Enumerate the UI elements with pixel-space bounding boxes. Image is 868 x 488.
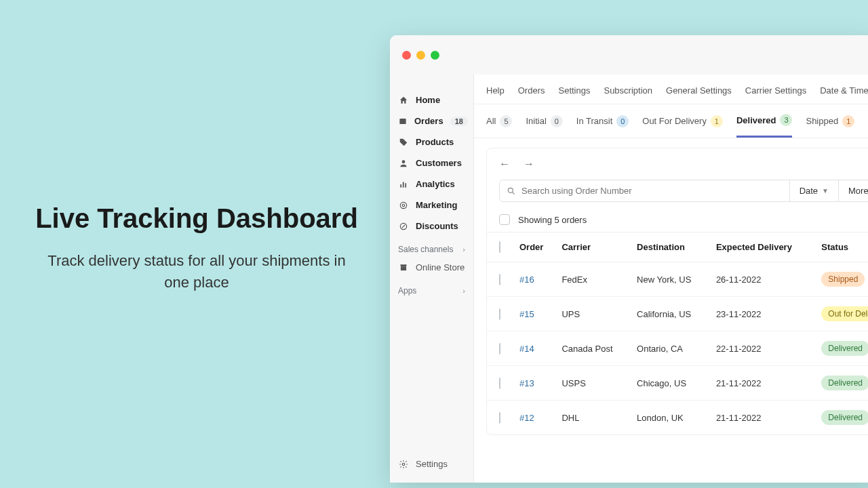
filter-row: Date ▼ More filters xyxy=(499,180,868,202)
nav-orders[interactable]: Orders xyxy=(518,85,545,96)
tab-shipped[interactable]: Shipped1 xyxy=(806,114,854,138)
svg-rect-4 xyxy=(405,183,406,187)
nav-help[interactable]: Help xyxy=(486,85,505,96)
sidebar-item-label: Marketing xyxy=(416,200,457,210)
close-icon[interactable] xyxy=(402,51,411,60)
arrow-right-icon[interactable]: → xyxy=(524,158,534,170)
top-nav: Help Orders Settings Subscription Genera… xyxy=(474,75,868,104)
tab-count-badge: 3 xyxy=(780,114,792,126)
status-badge: Out for Delivery xyxy=(821,306,868,321)
nav-general-settings[interactable]: General Settings xyxy=(666,85,732,96)
search-icon xyxy=(507,186,516,196)
svg-rect-3 xyxy=(403,182,404,187)
sidebar-item-settings[interactable]: Settings xyxy=(390,453,473,483)
target-icon xyxy=(398,201,409,210)
tab-label: In Transit xyxy=(576,116,612,126)
nav-carrier-settings[interactable]: Carrier Settings xyxy=(745,85,806,96)
section-label: Apps xyxy=(398,286,416,296)
tab-label: All xyxy=(486,116,496,126)
tab-in-transit[interactable]: In Transit0 xyxy=(576,114,629,138)
tab-count-badge: 5 xyxy=(500,115,512,127)
tab-count-badge: 0 xyxy=(551,115,563,127)
sidebar-item-label: Settings xyxy=(416,459,448,469)
tab-out-for-delivery[interactable]: Out For Delivery1 xyxy=(642,114,723,138)
col-expected: Expected Delivery xyxy=(711,232,816,262)
tab-count-badge: 1 xyxy=(842,115,854,127)
tab-count-badge: 1 xyxy=(711,115,723,127)
row-checkbox[interactable] xyxy=(499,308,500,320)
gear-icon xyxy=(398,460,409,469)
store-icon xyxy=(398,263,409,272)
order-link[interactable]: #14 xyxy=(519,344,534,354)
table-row[interactable]: #16FedExNew York, US26-11-2022Shipped xyxy=(487,262,868,297)
svg-rect-8 xyxy=(401,266,406,270)
row-checkbox[interactable] xyxy=(499,378,500,389)
nav-subscription[interactable]: Subscription xyxy=(604,85,652,96)
chart-icon xyxy=(398,180,409,189)
select-all-checkbox[interactable] xyxy=(499,214,510,225)
sidebar-item-label: Online Store xyxy=(416,262,465,272)
maximize-icon[interactable] xyxy=(431,51,439,60)
sidebar-item-label: Home xyxy=(416,95,440,105)
sidebar-item-orders[interactable]: Orders 18 xyxy=(390,110,473,131)
date-filter-button[interactable]: Date ▼ xyxy=(789,180,838,201)
sales-channels-header[interactable]: Sales channels › xyxy=(390,237,473,257)
sidebar-item-marketing[interactable]: Marketing xyxy=(390,195,473,216)
sidebar-item-customers[interactable]: Customers xyxy=(390,152,473,174)
cell-carrier: Canada Post xyxy=(556,331,631,366)
nav-settings[interactable]: Settings xyxy=(558,85,590,96)
status-tabs: All5Initial0In Transit0Out For Delivery1… xyxy=(474,104,868,138)
cell-carrier: USPS xyxy=(556,366,631,401)
apps-header[interactable]: Apps › xyxy=(390,278,473,298)
sidebar-item-label: Discounts xyxy=(416,221,458,231)
cell-expected: 26-11-2022 xyxy=(711,262,816,297)
sidebar-item-online-store[interactable]: Online Store xyxy=(390,257,473,278)
header-checkbox[interactable] xyxy=(499,241,500,253)
status-badge: Delivered xyxy=(821,375,868,390)
sidebar-item-products[interactable]: Products xyxy=(390,131,473,152)
cell-expected: 23-11-2022 xyxy=(711,297,816,331)
tab-label: Delivered xyxy=(736,115,776,125)
cell-destination: California, US xyxy=(631,297,711,331)
search-input-wrapper[interactable] xyxy=(500,180,789,201)
orders-badge: 18 xyxy=(450,117,468,126)
row-checkbox[interactable] xyxy=(499,412,500,424)
order-link[interactable]: #13 xyxy=(519,378,534,388)
tab-initial[interactable]: Initial0 xyxy=(526,114,562,138)
panel-pagination: ← → xyxy=(487,148,868,180)
tab-delivered[interactable]: Delivered3 xyxy=(736,114,793,138)
sidebar-item-label: Customers xyxy=(416,158,462,168)
order-link[interactable]: #15 xyxy=(519,309,534,319)
sidebar-item-discounts[interactable]: Discounts xyxy=(390,216,473,237)
nav-date-time-settings[interactable]: Date & Time Settings xyxy=(820,85,868,96)
hero-section: Live Tracking Dashboard Track delivery s… xyxy=(34,203,359,293)
orders-table: Order Carrier Destination Expected Deliv… xyxy=(487,232,868,434)
svg-rect-2 xyxy=(400,184,401,188)
table-row[interactable]: #14Canada PostOntario, CA22-11-2022Deliv… xyxy=(487,331,868,366)
col-status: Status xyxy=(816,232,868,262)
sidebar-item-home[interactable]: Home xyxy=(390,89,473,110)
tab-label: Initial xyxy=(526,116,546,126)
order-link[interactable]: #12 xyxy=(519,413,534,423)
search-input[interactable] xyxy=(521,186,783,196)
table-row[interactable]: #15UPSCalifornia, US23-11-2022Out for De… xyxy=(487,297,868,331)
orders-panel: ← → Date ▼ More filters xyxy=(486,148,868,435)
row-checkbox[interactable] xyxy=(499,343,500,354)
cell-destination: London, UK xyxy=(631,401,711,435)
row-checkbox[interactable] xyxy=(499,274,500,285)
sidebar-item-analytics[interactable]: Analytics xyxy=(390,174,473,195)
tab-label: Shipped xyxy=(806,116,838,126)
svg-point-9 xyxy=(402,463,405,466)
order-link[interactable]: #16 xyxy=(519,274,534,285)
table-row[interactable]: #13USPSChicago, US21-11-2022Delivered xyxy=(487,366,868,401)
minimize-icon[interactable] xyxy=(416,51,425,60)
hero-subtitle: Track delivery status for all your shipm… xyxy=(34,250,359,293)
more-filters-button[interactable]: More filters xyxy=(838,180,868,201)
tab-all[interactable]: All5 xyxy=(486,114,512,138)
svg-point-10 xyxy=(508,188,513,192)
chevron-right-icon: › xyxy=(462,287,465,295)
arrow-left-icon[interactable]: ← xyxy=(499,158,510,170)
table-row[interactable]: #12DHLLondon, UK21-11-2022Delivered xyxy=(487,401,868,435)
chevron-right-icon: › xyxy=(462,245,465,253)
cell-destination: Ontario, CA xyxy=(631,331,711,366)
